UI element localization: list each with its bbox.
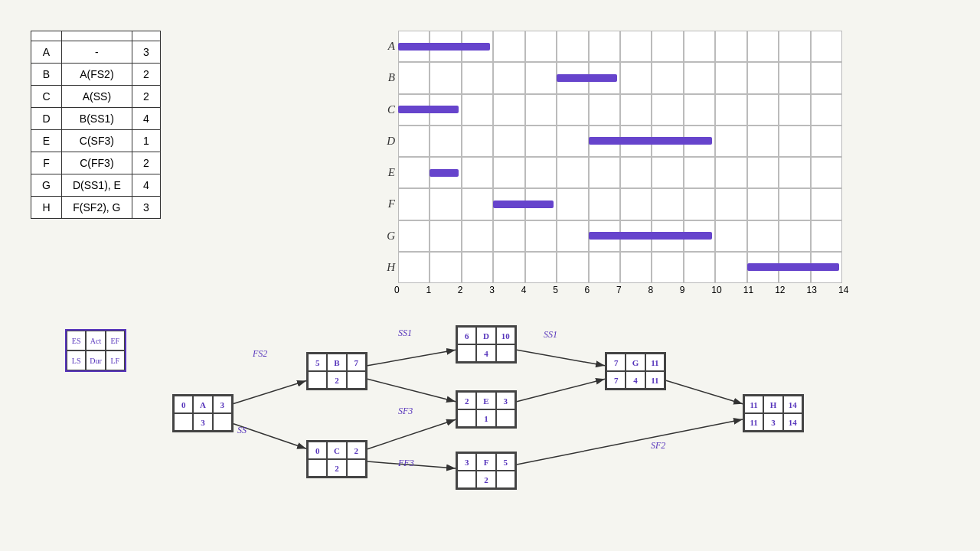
node-cell-E-0: 2 [457, 392, 476, 409]
gantt-label-x-6: 6 [585, 285, 590, 295]
arrow-label-D-G: SS1 [544, 329, 557, 341]
svg-line-8 [517, 379, 605, 401]
gantt-cell-r6-c12 [779, 220, 810, 252]
gantt-cell-r0-c4 [525, 31, 557, 62]
gantt-cell-r6-c1 [430, 220, 461, 252]
gantt-cell-r6-c10 [715, 220, 746, 252]
table-cell-predecessor: D(SS1), E [61, 174, 132, 197]
gantt-cell-r3-c3 [493, 126, 524, 157]
table-row: DB(SS1)4 [31, 108, 161, 130]
node-cell-G-0: 7 [606, 354, 626, 371]
gantt-bar-E [430, 169, 458, 177]
gantt-cell-r5-c10 [715, 188, 746, 220]
node-E: 2E31 [456, 390, 517, 429]
table-cell-predecessor: A(FS2) [61, 64, 132, 86]
node-cell-F-2: 5 [496, 453, 515, 471]
gantt-bar-C [398, 106, 459, 113]
node-cell-E-5 [496, 409, 515, 427]
node-cell-A-0: 0 [174, 396, 193, 413]
gantt-label-x-10: 10 [711, 285, 721, 295]
node-cell-D-0: 6 [457, 327, 476, 344]
gantt-cell-r0-c10 [715, 31, 746, 62]
gantt-cell-r6-c2 [462, 220, 493, 252]
gantt-cell-r7-c3 [493, 252, 524, 283]
node-cell-F-1: F [476, 453, 495, 471]
gantt-cell-r5-c1 [430, 188, 461, 220]
arrow-label-C-E: SF3 [398, 406, 413, 417]
table-cell-activity: D [31, 108, 62, 130]
gantt-cell-r1-c0 [398, 62, 430, 93]
legend-box: ES Act EF LS Dur LF [65, 329, 126, 372]
gantt-cell-r5-c11 [747, 188, 779, 220]
arrow-label-F-H: SF2 [651, 440, 665, 452]
node-cell-C-4: 2 [327, 459, 346, 477]
node-cell-F-3 [457, 471, 476, 488]
table-cell-duration: 2 [132, 86, 160, 108]
gantt-cell-r4-c3 [493, 157, 524, 188]
table-cell-predecessor: B(SS1) [61, 108, 132, 130]
gantt-cell-r4-c13 [811, 157, 842, 188]
node-cell-A-1: A [193, 396, 212, 413]
gantt-cell-r2-c2 [462, 94, 493, 126]
gantt-label-y-G: G [375, 220, 398, 252]
gantt-cell-r2-c11 [747, 94, 779, 126]
table-cell-duration: 1 [132, 130, 160, 152]
gantt-cell-r3-c12 [779, 126, 810, 157]
svg-line-10 [666, 380, 743, 404]
gantt-cell-r4-c10 [715, 157, 746, 188]
table-row: A-3 [31, 41, 161, 64]
gantt-cell-r7-c2 [462, 252, 493, 283]
table-row: EC(SF3)1 [31, 130, 161, 152]
gantt-cell-r1-c4 [525, 62, 557, 93]
node-cell-D-4: 4 [476, 344, 495, 362]
gantt-cell-r4-c6 [589, 157, 620, 188]
gantt-label-x-1: 1 [426, 285, 431, 295]
node-cell-E-2: 3 [496, 392, 515, 409]
arrow-label-C-F: FF3 [398, 458, 414, 469]
gantt-cell-r6-c4 [525, 220, 557, 252]
table-cell-predecessor: C(FF3) [61, 152, 132, 174]
gantt-cell-r3-c4 [525, 126, 557, 157]
node-C: 0C22 [306, 440, 368, 478]
node-D: 6D104 [456, 325, 517, 364]
gantt-cell-r7-c7 [620, 252, 652, 283]
gantt-cell-r3-c0 [398, 126, 430, 157]
gantt-label-x-7: 7 [616, 285, 622, 295]
gantt-cell-r2-c13 [811, 94, 842, 126]
gantt-cell-r2-c12 [779, 94, 810, 126]
legend-ef: EF [106, 331, 125, 350]
gantt-cell-r0-c13 [811, 31, 842, 62]
table-cell-duration: 2 [132, 64, 160, 86]
gantt-cell-r4-c0 [398, 157, 430, 188]
gantt-cell-r0-c3 [493, 31, 524, 62]
gantt-cell-r0-c11 [747, 31, 779, 62]
table-cell-predecessor: A(SS) [61, 86, 132, 108]
gantt-cell-r7-c0 [398, 252, 430, 283]
gantt-cell-r1-c7 [620, 62, 652, 93]
table-cell-activity: A [31, 41, 62, 64]
gantt-label-x-2: 2 [458, 285, 463, 295]
table-cell-activity: E [31, 130, 62, 152]
gantt-cell-r5-c9 [684, 188, 715, 220]
gantt-cell-r7-c1 [430, 252, 461, 283]
node-cell-C-5 [347, 459, 366, 477]
gantt-cell-r7-c8 [652, 252, 683, 283]
arrow-label-B-D: SS1 [398, 328, 412, 339]
gantt-cell-r0-c5 [557, 31, 588, 62]
node-cell-B-2: 7 [347, 354, 366, 371]
arrow-label-A-B: FS2 [253, 348, 267, 360]
legend-dur: Dur [86, 350, 105, 370]
activity-table: A-3BA(FS2)2CA(SS)2DB(SS1)4EC(SF3)1FC(FF3… [31, 31, 161, 219]
gantt-cell-r0-c7 [620, 31, 652, 62]
gantt-bar-H [747, 263, 839, 271]
gantt-cell-r1-c8 [652, 62, 683, 93]
node-cell-F-0: 3 [457, 453, 476, 471]
node-cell-G-1: G [626, 354, 645, 371]
node-cell-F-5 [496, 471, 515, 488]
gantt-cell-r1-c12 [779, 62, 810, 93]
gantt-label-x-3: 3 [489, 285, 495, 295]
node-cell-B-5 [347, 371, 366, 389]
gantt-cell-r3-c1 [430, 126, 461, 157]
node-A: 0A33 [172, 394, 234, 432]
gantt-y-labels: ABCDEFGH [375, 31, 398, 283]
